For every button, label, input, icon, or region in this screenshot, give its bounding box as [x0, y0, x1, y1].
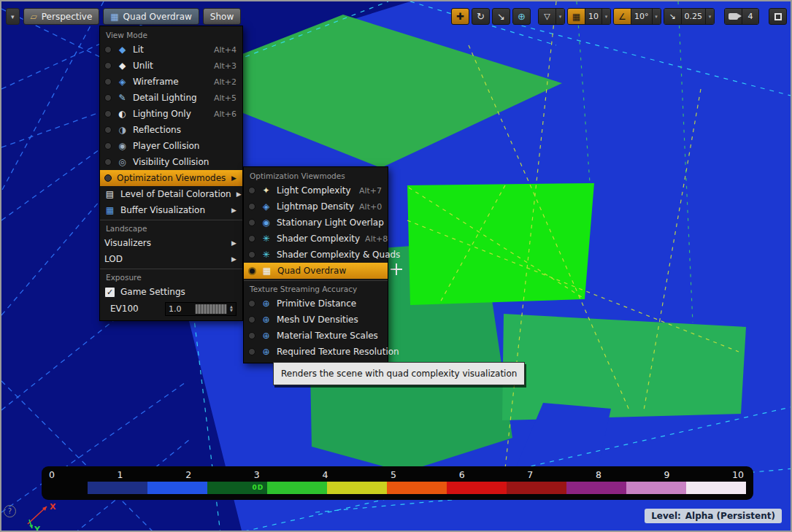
rotation-snap-dropdown[interactable]: ▾	[652, 9, 661, 24]
scale-icon: ↘	[497, 11, 505, 22]
menu-item-lit[interactable]: ◆ Lit Alt+4	[100, 42, 242, 58]
legend-tick: 8	[596, 469, 601, 480]
menu-item-optimization-viewmodes[interactable]: Optimization Viewmodes ▶	[100, 170, 242, 186]
submenu-arrow-icon: ▶	[231, 207, 237, 214]
scale-snap-value[interactable]: 0.25	[681, 9, 706, 24]
legend-segment	[147, 482, 207, 494]
menu-item-light-complexity[interactable]: ✦ Light Complexity Alt+7	[244, 182, 388, 198]
maximize-viewport-button[interactable]	[769, 8, 787, 25]
menu-item-required-texture-resolution[interactable]: ⊕ Required Texture Resolution	[244, 344, 388, 360]
level-label: Level:	[651, 511, 681, 521]
perspective-button[interactable]: ▱ Perspective	[23, 8, 100, 25]
rotation-snap-value[interactable]: 10°	[631, 9, 652, 24]
optimization-viewmodes-menu: Optimization Viewmodes ✦ Light Complexit…	[243, 166, 388, 363]
show-button[interactable]: Show	[203, 8, 241, 25]
legend-segment	[88, 482, 147, 494]
legend-tick: 0	[49, 469, 55, 480]
radio-dot	[248, 251, 255, 258]
menu-item-game-settings[interactable]: ✓ Game Settings	[100, 284, 242, 300]
overdraw-legend: 012345678910 0D	[42, 466, 753, 500]
menu-item-reflections[interactable]: ◑ Reflections	[100, 122, 242, 138]
radio-dot	[248, 348, 255, 355]
grid-snap-group: ▦ 10 ▾	[567, 8, 611, 25]
menu-item-stationary-light-overlap[interactable]: ◉ Stationary Light Overlap	[244, 215, 388, 231]
radio-dot	[104, 94, 112, 101]
caret-down-icon: ▾	[11, 13, 15, 20]
legend-segment	[686, 482, 746, 494]
menu-item-wireframe[interactable]: ◈ Wireframe Alt+2	[100, 74, 242, 90]
legend-tick: 3	[254, 469, 260, 480]
menu-item-visibility-collision[interactable]: ◎ Visibility Collision	[100, 154, 242, 170]
scale-snap-toggle[interactable]: ↘	[664, 9, 681, 24]
surface-snap-dropdown[interactable]: ▾	[555, 9, 564, 24]
scale-snap-dropdown[interactable]: ▾	[705, 9, 714, 24]
ev100-spinner[interactable]: ▲▼	[227, 305, 236, 312]
radio-dot	[104, 174, 112, 182]
menu-item-shader-complexity-quads[interactable]: ✳ Shader Complexity & Quads	[244, 247, 388, 263]
radio-dot	[248, 187, 255, 194]
menu-item-lod[interactable]: LOD ▶	[100, 251, 242, 267]
menu-item-lod-coloration[interactable]: ▤ Level of Detail Coloration ▶	[100, 186, 242, 202]
scale-snap-group: ↘ 0.25 ▾	[664, 8, 715, 25]
ev100-slider[interactable]: 1.0 ▲▼	[165, 302, 237, 316]
legend-tick: 10	[732, 469, 744, 480]
radio-dot	[104, 158, 112, 166]
menu-item-shader-complexity[interactable]: ✳ Shader Complexity Alt+8	[244, 231, 388, 247]
surface-snap-button[interactable]: ▽	[539, 9, 555, 24]
camera-speed-value[interactable]: 4	[742, 9, 758, 24]
move-tool-button[interactable]: ✚	[451, 8, 469, 25]
legend-bar: 0D	[88, 482, 746, 494]
submenu-arrow-icon: ▶	[237, 190, 242, 198]
view-mode-menu: View Mode ◆ Lit Alt+4 ◆ Unlit Alt+3 ◈ Wi…	[99, 26, 243, 321]
radio-dot	[104, 126, 112, 134]
legend-segment	[507, 482, 566, 494]
legend-segment	[387, 482, 447, 494]
radio-dot	[104, 78, 112, 85]
unlit-icon: ◆	[117, 61, 128, 70]
reflections-icon: ◑	[117, 126, 128, 134]
stationary-light-overlap-icon: ◉	[261, 218, 272, 227]
grid-snap-toggle[interactable]: ▦	[568, 9, 585, 24]
grid-snap-icon: ▦	[572, 12, 580, 22]
menu-item-primitive-distance[interactable]: ⊕ Primitive Distance	[244, 296, 388, 312]
menu-item-material-texture-scales[interactable]: ⊕ Material Texture Scales	[244, 328, 388, 344]
menu-item-quad-overdraw[interactable]: ▦ Quad Overdraw	[244, 263, 388, 279]
menu-item-lighting-only[interactable]: ◐ Lighting Only Alt+6	[100, 106, 242, 122]
submenu-arrow-icon: ▶	[231, 174, 237, 182]
menu-item-visualizers[interactable]: Visualizers ▶	[100, 235, 242, 251]
ev100-slider-handle[interactable]	[195, 304, 227, 314]
light-complexity-icon: ✦	[261, 186, 272, 195]
grid-snap-dropdown[interactable]: ▾	[601, 9, 610, 24]
menu-item-buffer-visualization[interactable]: ▦ Buffer Visualization ▶	[100, 202, 242, 218]
lighting-only-icon: ◐	[117, 109, 128, 118]
menu-item-mesh-uv-densities[interactable]: ⊕ Mesh UV Densities	[244, 312, 388, 328]
game-settings-checkbox[interactable]: ✓	[104, 287, 115, 298]
legend-segment	[267, 482, 327, 494]
menu-item-unlit[interactable]: ◆ Unlit Alt+3	[100, 58, 242, 74]
help-icon[interactable]: ?	[4, 505, 16, 517]
quad-overdraw-icon: ▦	[261, 266, 272, 275]
radio-dot	[104, 142, 112, 150]
lod-coloration-icon: ▤	[104, 190, 115, 198]
menu-item-detail-lighting[interactable]: ✎ Detail Lighting Alt+5	[100, 90, 242, 106]
legend-tick: 4	[322, 469, 328, 480]
legend-segment	[566, 482, 626, 494]
menu-item-lightmap-density[interactable]: ◈ Lightmap Density Alt+0	[244, 198, 388, 215]
legend-ticks: 012345678910	[49, 469, 744, 480]
grid-snap-value[interactable]: 10	[585, 9, 601, 24]
rotation-snap-toggle[interactable]: ∠	[614, 9, 631, 24]
rotate-tool-button[interactable]: ↻	[472, 8, 490, 25]
viewmode-button[interactable]: ▦ Quad Overdraw	[103, 8, 199, 25]
world-local-toggle-button[interactable]: ⊕	[512, 8, 531, 25]
lightmap-density-icon: ◈	[261, 202, 272, 211]
camera-speed-button[interactable]	[725, 9, 742, 24]
required-texture-resolution-icon: ⊕	[261, 347, 272, 356]
shader-complexity-icon: ✳	[261, 234, 272, 243]
rotation-snap-group: ∠ 10° ▾	[613, 8, 661, 25]
viewport-options-button[interactable]: ▾	[6, 8, 20, 25]
menu-item-player-collision[interactable]: ◉ Player Collision	[100, 138, 242, 154]
caret-down-icon: ▾	[605, 14, 608, 20]
scale-tool-button[interactable]: ↘	[492, 8, 510, 25]
material-texture-scales-icon: ⊕	[261, 331, 272, 340]
visibility-collision-icon: ◎	[117, 158, 128, 166]
